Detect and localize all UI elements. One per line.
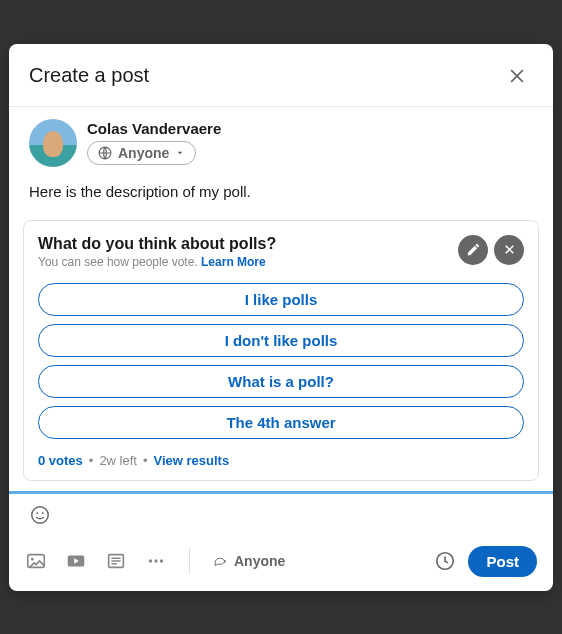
svg-point-6 [36,512,38,514]
author-meta: Colas Vandervaere Anyone [87,120,221,165]
comment-icon [212,553,228,569]
footer: Anyone Post [9,538,553,591]
add-image-button[interactable] [25,550,47,572]
divider [189,548,190,574]
visibility-label: Anyone [118,145,169,161]
close-button[interactable] [501,60,533,92]
add-document-button[interactable] [105,550,127,572]
poll-footer: 0 votes • 2w left • View results [38,453,524,468]
svg-point-5 [32,506,49,523]
poll-option[interactable]: I like polls [38,283,524,316]
poll-time-left: 2w left [99,453,137,468]
caret-down-icon [175,148,185,158]
edit-poll-button[interactable] [458,235,488,265]
modal-header: Create a post [9,44,553,107]
more-icon [145,550,167,572]
poll-option[interactable]: I don't like polls [38,324,524,357]
learn-more-link[interactable]: Learn More [201,255,266,269]
remove-poll-button[interactable] [494,235,524,265]
visibility-selector[interactable]: Anyone [87,141,196,165]
emoji-row [9,494,553,538]
emoji-button[interactable] [29,504,51,526]
poll-question: What do you think about polls? [38,235,276,253]
dot: • [89,453,94,468]
more-tools-button[interactable] [145,550,167,572]
poll-votes: 0 votes [38,453,83,468]
dot: • [143,453,148,468]
poll-actions [458,235,524,265]
poll-subtext: You can see how people vote. Learn More [38,255,276,269]
image-icon [25,550,47,572]
close-icon [507,66,527,86]
svg-point-16 [154,559,157,562]
poll-option[interactable]: What is a poll? [38,365,524,398]
poll-subtext-text: You can see how people vote. [38,255,198,269]
poll-options: I like polls I don't like polls What is … [38,283,524,439]
close-icon [502,242,517,257]
avatar[interactable] [29,119,77,167]
create-post-modal: Create a post Colas Vandervaere Anyone H… [9,44,553,591]
schedule-button[interactable] [434,550,456,572]
smiley-icon [29,504,51,526]
modal-title: Create a post [29,64,149,87]
add-video-button[interactable] [65,550,87,572]
footer-tools: Anyone [25,548,285,574]
svg-point-7 [42,512,44,514]
clock-icon [434,550,456,572]
svg-point-15 [149,559,152,562]
share-scope-label: Anyone [234,553,285,569]
view-results-link[interactable]: View results [154,453,230,468]
svg-point-17 [160,559,163,562]
poll-head-text: What do you think about polls? You can s… [38,235,276,269]
video-icon [65,550,87,572]
share-scope-button[interactable]: Anyone [212,553,285,569]
svg-point-9 [31,558,34,561]
post-button[interactable]: Post [468,546,537,577]
poll-option[interactable]: The 4th answer [38,406,524,439]
globe-icon [98,146,112,160]
author-name: Colas Vandervaere [87,120,221,137]
document-icon [105,550,127,572]
poll-card: What do you think about polls? You can s… [23,220,539,481]
author-row: Colas Vandervaere Anyone [9,107,553,171]
post-text[interactable]: Here is the description of my poll. [9,171,553,200]
footer-right: Post [434,546,537,577]
poll-header: What do you think about polls? You can s… [38,235,524,269]
pencil-icon [466,242,481,257]
